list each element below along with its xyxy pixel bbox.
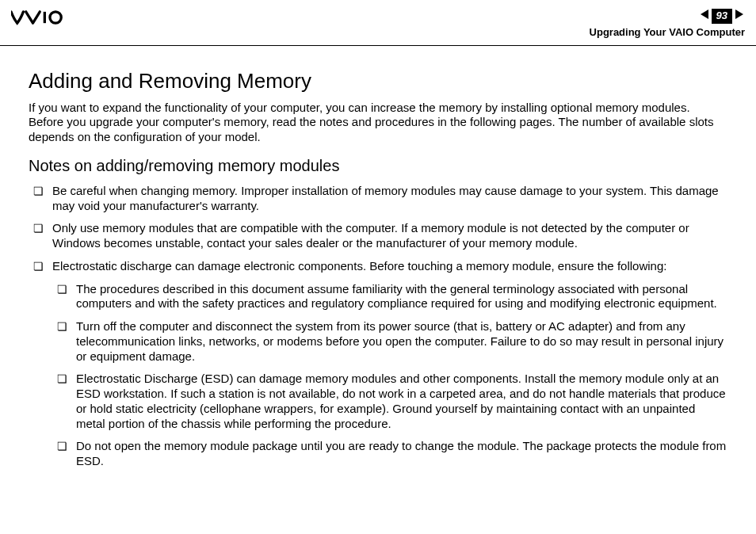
notes-list: Be careful when changing memory. Imprope…	[29, 184, 727, 469]
svg-marker-2	[701, 10, 708, 19]
list-item: Be careful when changing memory. Imprope…	[29, 184, 727, 214]
header-right: 93 Upgrading Your VAIO Computer	[590, 8, 745, 39]
list-item: Do not open the memory module package un…	[52, 439, 727, 469]
list-item: Electrostatic Discharge (ESD) can damage…	[52, 372, 727, 431]
list-item: Turn off the computer and disconnect the…	[52, 319, 727, 364]
section-title: Upgrading Your VAIO Computer	[590, 26, 745, 39]
intro-paragraph: If you want to expand the functionality …	[29, 101, 727, 145]
note-text: Electrostatic discharge can damage elect…	[52, 259, 666, 273]
list-item: Only use memory modules that are compati…	[29, 221, 727, 251]
subnote-text: Electrostatic Discharge (ESD) can damage…	[76, 372, 726, 429]
svg-rect-0	[44, 12, 46, 23]
next-page-button[interactable]	[732, 8, 745, 25]
page-header: 93 Upgrading Your VAIO Computer	[0, 0, 756, 46]
page-title: Adding and Removing Memory	[29, 68, 727, 94]
note-text: Be careful when changing memory. Imprope…	[52, 184, 719, 212]
prev-page-button[interactable]	[699, 8, 712, 25]
page-content: Adding and Removing Memory If you want t…	[0, 46, 756, 469]
note-text: Only use memory modules that are compati…	[52, 221, 689, 250]
subheading: Notes on adding/removing memory modules	[29, 156, 727, 176]
subnote-text: Do not open the memory module package un…	[76, 439, 726, 467]
pager: 93	[699, 8, 745, 25]
svg-marker-3	[735, 10, 743, 19]
svg-point-1	[50, 12, 61, 23]
subnote-text: Turn off the computer and disconnect the…	[76, 319, 724, 363]
page-number: 93	[712, 9, 732, 23]
vaio-logo	[11, 8, 98, 25]
subnotes-list: The procedures described in this documen…	[52, 282, 727, 469]
subnote-text: The procedures described in this documen…	[76, 282, 717, 311]
list-item: The procedures described in this documen…	[52, 282, 727, 312]
list-item: Electrostatic discharge can damage elect…	[29, 259, 727, 469]
